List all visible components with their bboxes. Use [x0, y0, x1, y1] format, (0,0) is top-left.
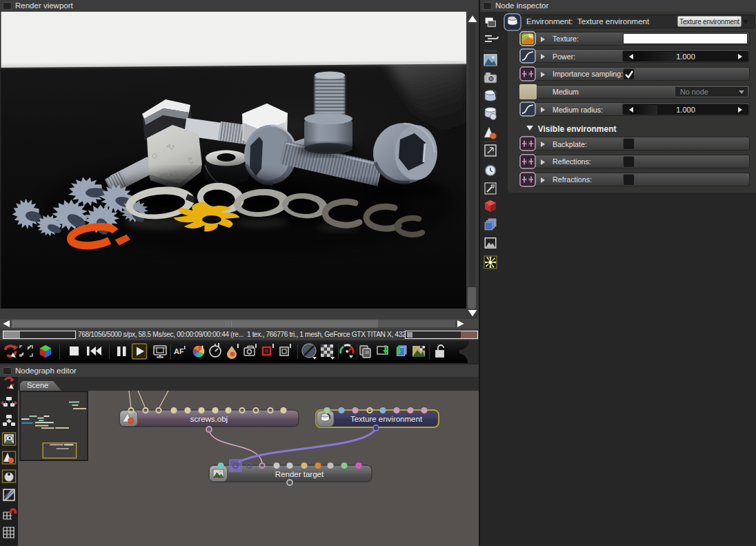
- svg-text:Texture environment: Texture environment: [350, 415, 423, 423]
- svg-text:AF: AF: [174, 347, 184, 355]
- svg-text:screws.obj: screws.obj: [190, 415, 228, 423]
- svg-text:Render target: Render target: [275, 470, 324, 478]
